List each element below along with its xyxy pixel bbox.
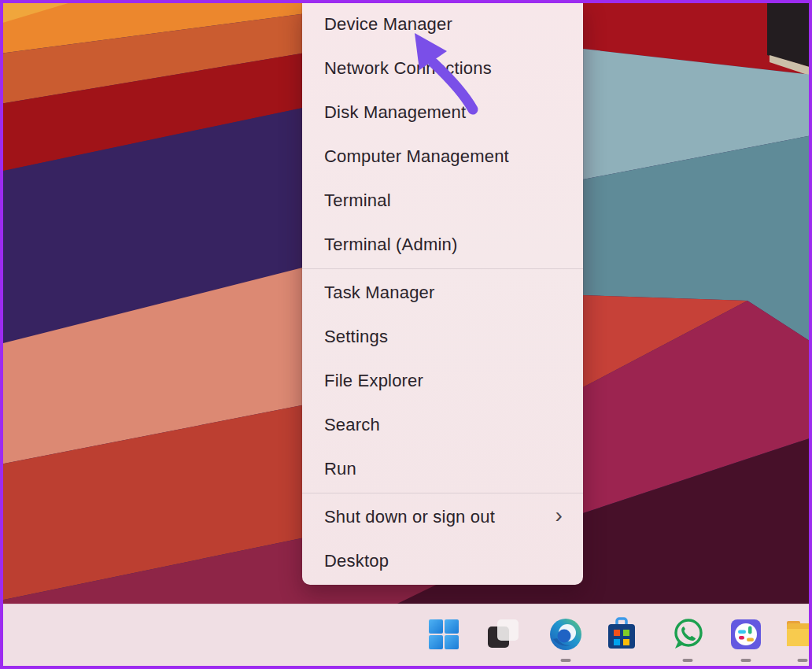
menu-item-label: Search bbox=[324, 415, 380, 435]
slack-button[interactable] bbox=[727, 617, 765, 664]
task-view-button[interactable] bbox=[485, 617, 522, 664]
windows-logo-icon bbox=[426, 617, 461, 652]
menu-item-label: Device Manager bbox=[324, 14, 452, 35]
menu-item-device-manager[interactable]: Device Manager bbox=[302, 2, 583, 46]
files-button[interactable] bbox=[784, 617, 812, 664]
menu-item-desktop[interactable]: Desktop bbox=[302, 539, 583, 583]
taskbar bbox=[0, 604, 812, 669]
winx-menu: Device ManagerNetwork ConnectionsDisk Ma… bbox=[302, 2, 583, 585]
whatsapp-button[interactable] bbox=[669, 617, 707, 664]
running-indicator bbox=[741, 659, 751, 662]
menu-item-disk-management[interactable]: Disk Management bbox=[302, 91, 583, 135]
menu-item-run[interactable]: Run bbox=[302, 447, 583, 491]
menu-item-label: File Explorer bbox=[324, 371, 423, 391]
menu-item-network-connections[interactable]: Network Connections bbox=[302, 46, 583, 91]
menu-item-label: Terminal bbox=[324, 190, 391, 211]
menu-item-computer-management[interactable]: Computer Management bbox=[302, 135, 583, 179]
menu-item-terminal-admin[interactable]: Terminal (Admin) bbox=[302, 223, 583, 267]
whatsapp-icon bbox=[670, 617, 705, 652]
menu-item-terminal[interactable]: Terminal bbox=[302, 179, 583, 223]
task-view-icon bbox=[486, 617, 521, 652]
menu-item-settings[interactable]: Settings bbox=[302, 315, 583, 359]
microsoft-store-icon bbox=[604, 617, 639, 652]
menu-item-search[interactable]: Search bbox=[302, 403, 583, 447]
menu-item-label: Shut down or sign out bbox=[324, 507, 495, 527]
folder-icon bbox=[785, 617, 812, 652]
slack-icon bbox=[729, 617, 763, 652]
screenshot-root: Device ManagerNetwork ConnectionsDisk Ma… bbox=[0, 0, 812, 669]
menu-item-label: Settings bbox=[324, 327, 388, 347]
menu-item-label: Run bbox=[324, 459, 356, 479]
menu-divider bbox=[302, 493, 583, 493]
menu-item-label: Computer Management bbox=[324, 146, 509, 167]
menu-item-label: Desktop bbox=[324, 551, 389, 571]
menu-item-label: Disk Management bbox=[324, 102, 466, 123]
submenu-chevron-icon: › bbox=[555, 503, 563, 528]
menu-item-label: Network Connections bbox=[324, 58, 492, 79]
menu-item-label: Terminal (Admin) bbox=[324, 235, 457, 255]
menu-divider bbox=[302, 268, 583, 269]
start-button[interactable] bbox=[425, 617, 463, 664]
menu-item-label: Task Manager bbox=[324, 283, 435, 303]
edge-browser-icon bbox=[548, 617, 583, 652]
edge-button[interactable] bbox=[547, 617, 585, 664]
running-indicator bbox=[798, 659, 808, 662]
menu-item-file-explorer[interactable]: File Explorer bbox=[302, 359, 583, 403]
store-button[interactable] bbox=[603, 617, 640, 664]
running-indicator bbox=[561, 659, 571, 662]
menu-item-shut-down-or-sign-out[interactable]: Shut down or sign out› bbox=[302, 495, 583, 539]
running-indicator bbox=[683, 659, 693, 662]
menu-item-task-manager[interactable]: Task Manager bbox=[302, 271, 583, 315]
